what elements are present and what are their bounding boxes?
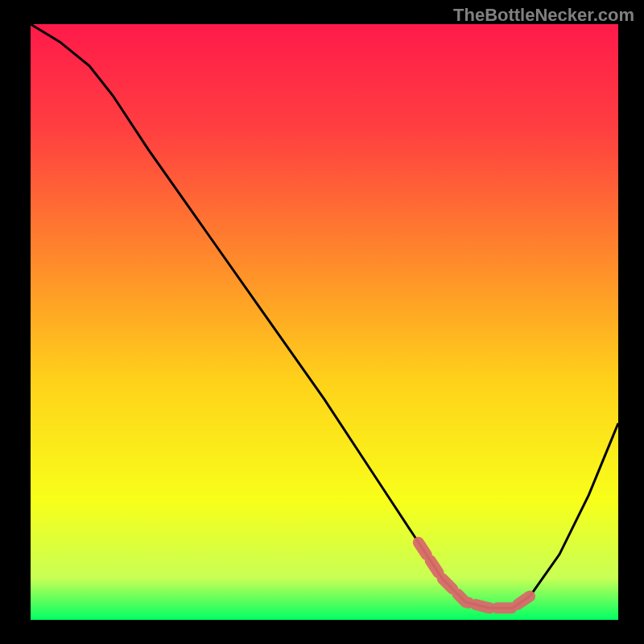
watermark-label: TheBottleNecker.com	[453, 5, 634, 26]
chart-container: TheBottleNecker.com	[0, 0, 644, 644]
bottleneck-plot	[0, 0, 644, 644]
plot-background	[31, 24, 618, 620]
